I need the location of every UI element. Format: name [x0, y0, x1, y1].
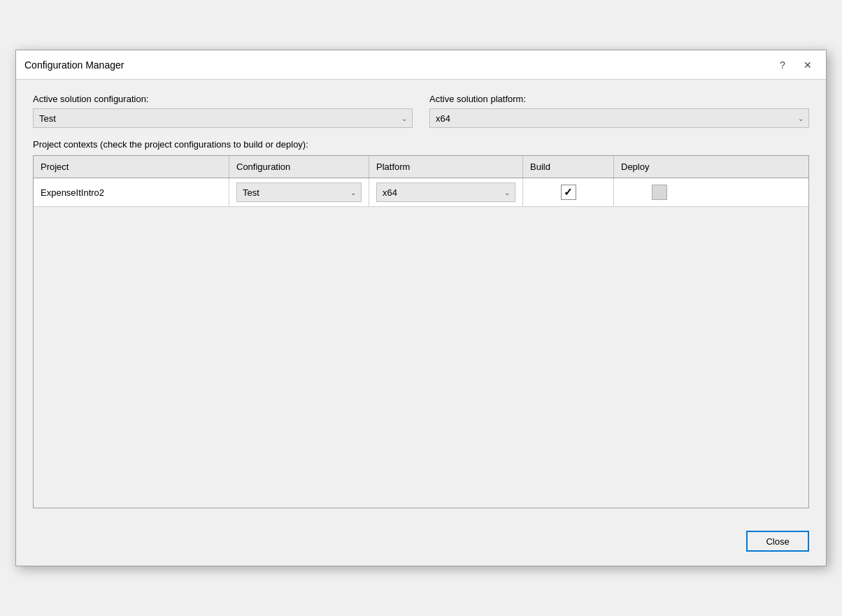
help-button[interactable]: ?	[773, 55, 792, 75]
project-name-text: ExpenseItIntro2	[41, 187, 104, 198]
active-solution-platform-dropdown-wrapper[interactable]: x64 ⌄	[429, 108, 809, 128]
project-contexts-label: Project contexts (check the project conf…	[33, 139, 809, 150]
header-build: Build	[523, 156, 614, 178]
configuration-manager-dialog: Configuration Manager ? ✕ Active solutio…	[15, 50, 827, 566]
cell-project-name: ExpenseItIntro2	[34, 178, 229, 206]
row-config-dropdown-wrapper[interactable]: Test ⌄	[236, 182, 362, 202]
table-row: ExpenseItIntro2 Test ⌄ x64	[34, 178, 808, 207]
header-project: Project	[34, 156, 229, 178]
cell-platform: x64 ⌄	[369, 178, 523, 206]
table-header: Project Configuration Platform Build Dep…	[34, 156, 808, 178]
window-close-button[interactable]: ✕	[798, 55, 818, 75]
row-platform-dropdown-wrapper[interactable]: x64 ⌄	[376, 182, 515, 202]
solution-config-row: Active solution configuration: Test ⌄ Ac…	[33, 94, 809, 128]
title-bar-controls: ? ✕	[773, 55, 818, 75]
row-platform-select[interactable]: x64	[376, 182, 515, 202]
active-solution-config-label: Active solution configuration:	[33, 94, 413, 104]
build-checkbox[interactable]	[561, 185, 576, 200]
active-solution-platform-label: Active solution platform:	[429, 94, 809, 104]
close-button[interactable]: Close	[746, 531, 809, 552]
dialog-title: Configuration Manager	[24, 59, 124, 71]
cell-deploy	[614, 178, 705, 206]
dialog-body: Active solution configuration: Test ⌄ Ac…	[16, 80, 826, 522]
header-platform: Platform	[369, 156, 523, 178]
active-solution-platform-select[interactable]: x64	[429, 108, 809, 128]
cell-configuration: Test ⌄	[229, 178, 369, 206]
project-contexts-table: Project Configuration Platform Build Dep…	[33, 155, 809, 508]
deploy-checkbox[interactable]	[652, 185, 667, 200]
header-configuration: Configuration	[229, 156, 369, 178]
dialog-footer: Close	[16, 522, 826, 566]
active-solution-config-dropdown-wrapper[interactable]: Test ⌄	[33, 108, 413, 128]
cell-build	[523, 178, 614, 206]
active-solution-config-group: Active solution configuration: Test ⌄	[33, 94, 413, 128]
table-empty-area	[34, 207, 808, 508]
title-bar: Configuration Manager ? ✕	[16, 50, 826, 80]
active-solution-platform-group: Active solution platform: x64 ⌄	[429, 94, 809, 128]
active-solution-config-select[interactable]: Test	[33, 108, 413, 128]
header-deploy: Deploy	[614, 156, 705, 178]
row-config-select[interactable]: Test	[236, 182, 362, 202]
